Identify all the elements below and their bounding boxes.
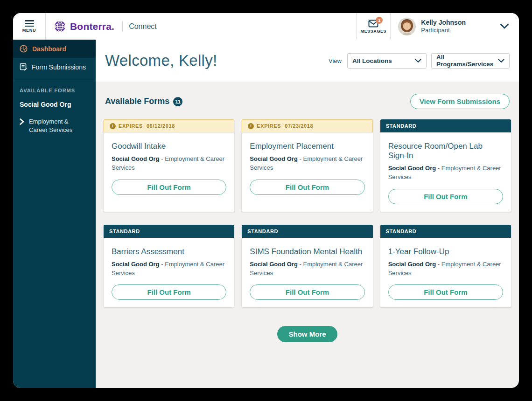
sidebar-service-label: Employment & Career Services: [29, 118, 80, 134]
sidebar-item-label: Form Submissions: [32, 63, 86, 71]
chevron-down-icon: [415, 59, 421, 63]
menu-button[interactable]: MENU: [13, 13, 46, 40]
avatar: [398, 18, 416, 35]
hamburger-icon: [25, 20, 34, 27]
chevron-down-icon: [498, 59, 504, 63]
form-card-title: 1-Year Follow-Up: [388, 247, 503, 256]
fill-out-form-button[interactable]: Fill Out Form: [388, 189, 503, 204]
sidebar-item-employment-career-services[interactable]: Employment & Career Services: [13, 113, 96, 138]
form-card-header: STANDARD: [380, 119, 511, 132]
brand-block: Bonterra. Connect: [46, 13, 157, 40]
sidebar-org[interactable]: Social Good Org: [13, 96, 96, 113]
form-card-title: SIMS Foundation Mental Health: [250, 247, 364, 256]
menu-label: MENU: [22, 28, 36, 33]
form-card-title: Barriers Assessment: [112, 247, 226, 256]
forms-count-badge: 11: [173, 97, 182, 106]
app-window: MENU Bonterra. Connect: [13, 13, 519, 388]
user-role: Participant: [421, 27, 466, 34]
form-card: ! EXPIRES 07/23/2018 Employment Placemen…: [242, 119, 372, 212]
form-card-subtitle: Social Good Org - Employment & Career Se…: [388, 260, 503, 278]
content-area: Available Forms 11 View Form Submissions…: [96, 82, 519, 388]
form-card-org: Social Good Org: [388, 165, 436, 172]
brand-name: Bonterra.: [70, 21, 114, 32]
form-card-header: ! EXPIRES 06/12/2018: [104, 119, 234, 132]
form-card: STANDARD Resource Room/Open Lab Sign-In …: [380, 119, 511, 212]
form-card-title: Goodwill Intake: [112, 142, 226, 151]
form-card-org: Social Good Org: [250, 261, 298, 268]
fill-out-form-button[interactable]: Fill Out Form: [112, 284, 226, 300]
user-menu-chevron[interactable]: [472, 13, 519, 40]
fill-out-form-button[interactable]: Fill Out Form: [250, 180, 364, 195]
form-card-org: Social Good Org: [388, 261, 436, 268]
form-card-type-label: EXPIRES: [119, 123, 143, 129]
available-forms-section-label: AVAILABLE FORMS: [13, 79, 96, 96]
top-bar: MENU Bonterra. Connect: [13, 13, 519, 40]
form-card-title: Employment Placement: [250, 142, 364, 151]
main-area: Welcome, Kelly! View All Locations All P…: [96, 40, 519, 388]
form-card-type-label: STANDARD: [247, 228, 278, 234]
form-card-subtitle: Social Good Org - Employment & Career Se…: [250, 260, 364, 278]
form-card-header: STANDARD: [104, 225, 234, 238]
bonterra-logo-icon: [54, 21, 66, 32]
form-cards-grid: ! EXPIRES 06/12/2018 Goodwill Intake Soc…: [104, 119, 511, 307]
locations-dropdown[interactable]: All Locations: [347, 53, 427, 69]
form-card-subtitle: Social Good Org - Employment & Career Se…: [388, 164, 503, 182]
form-card: STANDARD 1-Year Follow-Up Social Good Or…: [380, 225, 511, 308]
chevron-down-icon: [500, 24, 509, 29]
form-card-org: Social Good Org: [112, 155, 160, 162]
form-card-header: STANDARD: [380, 225, 511, 238]
sidebar-item-dashboard[interactable]: Dashboard: [13, 40, 96, 58]
view-form-submissions-button[interactable]: View Form Submissions: [410, 94, 510, 109]
section-title: Available Forms 11: [105, 97, 182, 106]
sidebar-item-form-submissions[interactable]: Form Submissions: [13, 58, 96, 76]
form-card-org: Social Good Org: [112, 261, 160, 268]
fill-out-form-button[interactable]: Fill Out Form: [388, 284, 503, 300]
view-filters: View All Locations All Programs/Services: [329, 53, 510, 69]
fill-out-form-button[interactable]: Fill Out Form: [112, 180, 226, 195]
form-card-subtitle: Social Good Org - Employment & Career Se…: [112, 155, 226, 173]
programs-dropdown-value: All Programs/Services: [436, 54, 498, 68]
form-card-type-label: STANDARD: [386, 228, 417, 234]
sidebar-item-label: Dashboard: [32, 45, 66, 53]
show-more-button[interactable]: Show More: [277, 326, 337, 342]
form-card-type-label: STANDARD: [109, 228, 140, 234]
form-card-org: Social Good Org: [250, 155, 298, 162]
form-card-expiry-date: 06/12/2018: [147, 123, 175, 129]
page-title: Welcome, Kelly!: [105, 52, 217, 69]
form-card-subtitle: Social Good Org - Employment & Career Se…: [250, 155, 364, 173]
messages-button[interactable]: 1 MESSAGES: [356, 13, 390, 40]
form-card-type-label: STANDARD: [386, 123, 417, 129]
chevron-right-icon: [20, 118, 24, 125]
form-card-expiry-date: 07/23/2018: [285, 123, 313, 129]
form-card: ! EXPIRES 06/12/2018 Goodwill Intake Soc…: [104, 119, 234, 212]
form-check-icon: [20, 63, 27, 71]
user-menu[interactable]: Kelly Johnson Participant: [390, 13, 472, 40]
form-card: STANDARD Barriers Assessment Social Good…: [104, 225, 234, 308]
product-name: Connect: [129, 22, 157, 31]
warning-icon: !: [110, 123, 116, 129]
form-card: STANDARD SIMS Foundation Mental Health S…: [242, 225, 372, 308]
view-label: View: [329, 57, 342, 64]
dashboard-gauge-icon: [20, 45, 28, 53]
messages-label: MESSAGES: [360, 29, 386, 34]
fill-out-form-button[interactable]: Fill Out Form: [250, 284, 364, 300]
form-card-type-label: EXPIRES: [257, 123, 281, 129]
welcome-bar: Welcome, Kelly! View All Locations All P…: [96, 40, 519, 82]
form-card-subtitle: Social Good Org - Employment & Career Se…: [112, 260, 226, 278]
form-card-header: STANDARD: [242, 225, 372, 238]
locations-dropdown-value: All Locations: [352, 57, 392, 64]
user-name: Kelly Johnson: [421, 19, 466, 27]
messages-count-badge: 1: [376, 17, 383, 24]
brand-divider: [122, 21, 123, 32]
sidebar: Dashboard Form Submissions AVAILABLE FOR…: [13, 40, 96, 388]
programs-dropdown[interactable]: All Programs/Services: [431, 53, 510, 69]
form-card-header: ! EXPIRES 07/23/2018: [242, 119, 372, 132]
warning-icon: !: [248, 123, 254, 129]
form-card-title: Resource Room/Open Lab Sign-In: [388, 142, 503, 160]
